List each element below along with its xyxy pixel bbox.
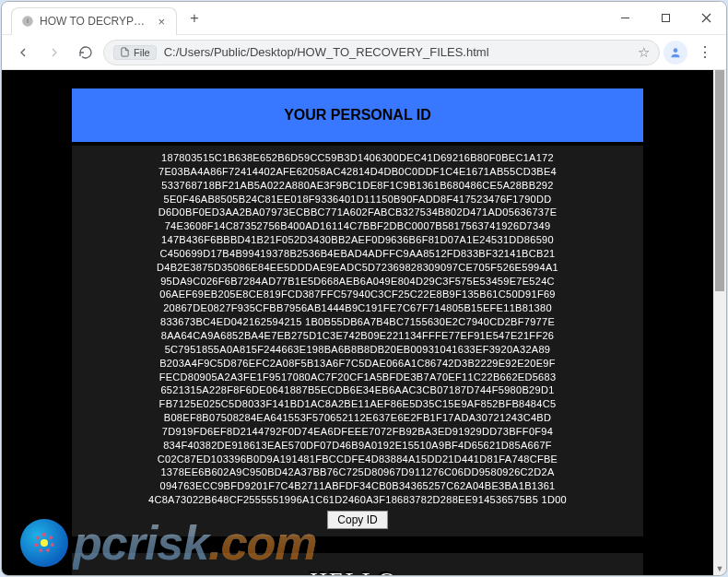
window-minimize-button[interactable] [605,2,645,35]
svg-point-6 [674,48,678,53]
scrollbar-corner: ▼ [713,562,726,575]
vertical-scrollbar[interactable]: ▲ [713,70,726,562]
personal-id-header: YOUR PERSONAL ID [72,88,643,142]
hello-text: HELLO. [72,568,643,575]
tab-favicon: i [21,15,34,28]
hello-block: HELLO. [72,553,643,575]
personal-id-text: 187803515C1B638E652B6D59CC59B3D1406300DE… [72,151,643,507]
svg-rect-3 [662,15,669,22]
page-viewport[interactable]: YOUR PERSONAL ID 187803515C1B638E652B6D5… [2,70,713,575]
personal-id-block: 187803515C1B638E652B6D59CC59B3D1406300DE… [72,146,643,536]
scrollbar-thumb[interactable] [715,70,724,291]
nav-back-button[interactable] [9,39,37,66]
url-scheme-chip: File [113,45,157,60]
bookmark-star-icon[interactable]: ☆ [638,44,650,61]
nav-reload-button[interactable] [72,39,100,66]
profile-avatar-button[interactable] [663,41,687,65]
address-bar[interactable]: File C:/Users/Public/Desktop/HOW_TO_RECO… [103,40,660,65]
new-tab-button[interactable]: + [182,6,206,30]
tab-close-button[interactable]: × [156,15,167,29]
window-close-button[interactable] [686,2,726,35]
url-text: C:/Users/Public/Desktop/HOW_TO_RECOVERY_… [164,45,630,59]
scrollbar-down-arrow[interactable]: ▼ [713,562,726,575]
tab-title: HOW TO DECRYPT YOUR FILES [40,15,150,28]
url-scheme-label: File [134,47,150,58]
nav-forward-button[interactable] [41,39,68,66]
window-maximize-button[interactable] [645,2,686,35]
copy-id-button[interactable]: Copy ID [327,511,387,529]
browser-menu-button[interactable]: ⋮ [691,45,719,60]
browser-tab[interactable]: i HOW TO DECRYPT YOUR FILES × [11,7,177,35]
